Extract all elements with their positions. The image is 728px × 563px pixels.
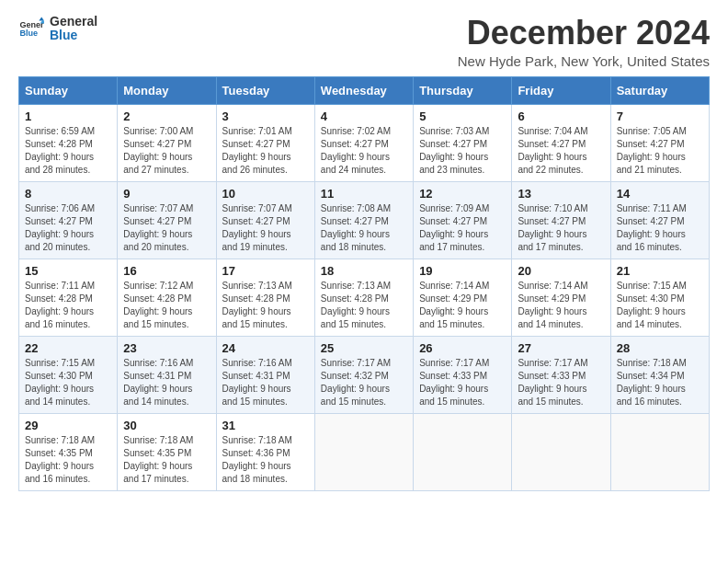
- day-info: Sunrise: 7:05 AMSunset: 4:27 PMDaylight:…: [617, 126, 687, 175]
- day-number: 12: [419, 187, 506, 201]
- day-number: 9: [123, 187, 210, 201]
- day-number: 5: [419, 109, 506, 123]
- table-row: 1 Sunrise: 6:59 AMSunset: 4:28 PMDayligh…: [19, 104, 118, 181]
- day-info: Sunrise: 6:59 AMSunset: 4:28 PMDaylight:…: [25, 126, 95, 175]
- day-info: Sunrise: 7:13 AMSunset: 4:28 PMDaylight:…: [222, 281, 292, 329]
- table-row: 23 Sunrise: 7:16 AMSunset: 4:31 PMDaylig…: [118, 336, 216, 413]
- calendar-subtitle: New Hyde Park, New York, United States: [458, 53, 710, 69]
- day-number: 7: [617, 109, 703, 123]
- table-row: [610, 413, 709, 490]
- day-info: Sunrise: 7:18 AMSunset: 4:35 PMDaylight:…: [123, 435, 193, 484]
- calendar-week-2: 8 Sunrise: 7:06 AMSunset: 4:27 PMDayligh…: [19, 181, 710, 259]
- day-number: 29: [25, 419, 111, 432]
- day-number: 11: [321, 187, 407, 201]
- table-row: [314, 413, 413, 490]
- day-info: Sunrise: 7:15 AMSunset: 4:30 PMDaylight:…: [25, 358, 95, 407]
- day-number: 31: [222, 419, 309, 432]
- svg-text:General: General: [19, 20, 44, 29]
- day-info: Sunrise: 7:08 AMSunset: 4:27 PMDaylight:…: [321, 203, 391, 252]
- day-number: 24: [222, 341, 309, 355]
- day-number: 1: [25, 109, 111, 123]
- table-row: 22 Sunrise: 7:15 AMSunset: 4:30 PMDaylig…: [19, 336, 118, 413]
- day-number: 6: [518, 109, 604, 123]
- day-number: 4: [321, 109, 407, 123]
- header: General Blue General Blue December 2024 …: [18, 15, 710, 69]
- day-info: Sunrise: 7:09 AMSunset: 4:27 PMDaylight:…: [419, 203, 489, 252]
- table-row: 18 Sunrise: 7:13 AMSunset: 4:28 PMDaylig…: [314, 259, 413, 336]
- table-row: 19 Sunrise: 7:14 AMSunset: 4:29 PMDaylig…: [414, 259, 512, 336]
- day-number: 30: [123, 419, 210, 432]
- day-number: 21: [617, 264, 703, 278]
- table-row: 15 Sunrise: 7:11 AMSunset: 4:28 PMDaylig…: [19, 259, 118, 336]
- table-row: 2 Sunrise: 7:00 AMSunset: 4:27 PMDayligh…: [118, 104, 216, 181]
- logo-icon: General Blue: [18, 16, 44, 41]
- col-wednesday: Wednesday: [314, 76, 413, 104]
- table-row: 21 Sunrise: 7:15 AMSunset: 4:30 PMDaylig…: [610, 259, 709, 336]
- table-row: 3 Sunrise: 7:01 AMSunset: 4:27 PMDayligh…: [216, 104, 314, 181]
- table-row: 24 Sunrise: 7:16 AMSunset: 4:31 PMDaylig…: [216, 336, 314, 413]
- col-tuesday: Tuesday: [216, 76, 314, 104]
- day-info: Sunrise: 7:17 AMSunset: 4:32 PMDaylight:…: [321, 358, 391, 407]
- day-number: 13: [518, 187, 604, 201]
- day-info: Sunrise: 7:17 AMSunset: 4:33 PMDaylight:…: [518, 358, 587, 407]
- col-friday: Friday: [512, 76, 610, 104]
- day-info: Sunrise: 7:11 AMSunset: 4:27 PMDaylight:…: [617, 203, 687, 252]
- table-row: 8 Sunrise: 7:06 AMSunset: 4:27 PMDayligh…: [19, 181, 118, 259]
- day-info: Sunrise: 7:07 AMSunset: 4:27 PMDaylight:…: [123, 203, 193, 252]
- day-info: Sunrise: 7:16 AMSunset: 4:31 PMDaylight:…: [123, 358, 193, 407]
- table-row: 5 Sunrise: 7:03 AMSunset: 4:27 PMDayligh…: [414, 104, 512, 181]
- day-number: 25: [321, 341, 407, 355]
- day-number: 18: [321, 264, 407, 278]
- day-info: Sunrise: 7:00 AMSunset: 4:27 PMDaylight:…: [123, 126, 193, 175]
- logo-blue: Blue: [50, 29, 97, 42]
- table-row: [414, 413, 512, 490]
- table-row: 13 Sunrise: 7:10 AMSunset: 4:27 PMDaylig…: [512, 181, 610, 259]
- day-info: Sunrise: 7:03 AMSunset: 4:27 PMDaylight:…: [419, 126, 489, 175]
- table-row: 16 Sunrise: 7:12 AMSunset: 4:28 PMDaylig…: [118, 259, 216, 336]
- table-row: 25 Sunrise: 7:17 AMSunset: 4:32 PMDaylig…: [314, 336, 413, 413]
- col-monday: Monday: [118, 76, 216, 104]
- calendar-week-5: 29 Sunrise: 7:18 AMSunset: 4:35 PMDaylig…: [19, 413, 710, 490]
- table-row: 4 Sunrise: 7:02 AMSunset: 4:27 PMDayligh…: [314, 104, 413, 181]
- calendar-week-1: 1 Sunrise: 6:59 AMSunset: 4:28 PMDayligh…: [19, 104, 710, 181]
- table-row: 27 Sunrise: 7:17 AMSunset: 4:33 PMDaylig…: [512, 336, 610, 413]
- day-number: 22: [25, 341, 111, 355]
- day-info: Sunrise: 7:07 AMSunset: 4:27 PMDaylight:…: [222, 203, 292, 252]
- day-info: Sunrise: 7:14 AMSunset: 4:29 PMDaylight:…: [518, 281, 587, 329]
- day-info: Sunrise: 7:14 AMSunset: 4:29 PMDaylight:…: [419, 281, 489, 329]
- day-info: Sunrise: 7:15 AMSunset: 4:30 PMDaylight:…: [617, 281, 687, 329]
- day-info: Sunrise: 7:11 AMSunset: 4:28 PMDaylight:…: [25, 281, 95, 329]
- table-row: 7 Sunrise: 7:05 AMSunset: 4:27 PMDayligh…: [610, 104, 709, 181]
- day-info: Sunrise: 7:06 AMSunset: 4:27 PMDaylight:…: [25, 203, 95, 252]
- header-row: Sunday Monday Tuesday Wednesday Thursday…: [19, 76, 710, 104]
- calendar-title: December 2024: [458, 15, 710, 52]
- day-info: Sunrise: 7:17 AMSunset: 4:33 PMDaylight:…: [419, 358, 489, 407]
- logo: General Blue General Blue: [18, 15, 97, 43]
- logo-general: General: [50, 15, 97, 29]
- day-number: 14: [617, 187, 703, 201]
- table-row: 17 Sunrise: 7:13 AMSunset: 4:28 PMDaylig…: [216, 259, 314, 336]
- table-row: [512, 413, 610, 490]
- day-number: 27: [518, 341, 604, 355]
- table-row: 11 Sunrise: 7:08 AMSunset: 4:27 PMDaylig…: [314, 181, 413, 259]
- day-number: 26: [419, 341, 506, 355]
- calendar-week-4: 22 Sunrise: 7:15 AMSunset: 4:30 PMDaylig…: [19, 336, 710, 413]
- day-info: Sunrise: 7:02 AMSunset: 4:27 PMDaylight:…: [321, 126, 391, 175]
- day-number: 10: [222, 187, 309, 201]
- table-row: 6 Sunrise: 7:04 AMSunset: 4:27 PMDayligh…: [512, 104, 610, 181]
- table-row: 26 Sunrise: 7:17 AMSunset: 4:33 PMDaylig…: [414, 336, 512, 413]
- day-info: Sunrise: 7:18 AMSunset: 4:36 PMDaylight:…: [222, 435, 292, 484]
- title-block: December 2024 New Hyde Park, New York, U…: [458, 15, 710, 69]
- table-row: 31 Sunrise: 7:18 AMSunset: 4:36 PMDaylig…: [216, 413, 314, 490]
- day-number: 20: [518, 264, 604, 278]
- col-sunday: Sunday: [19, 76, 118, 104]
- day-number: 17: [222, 264, 309, 278]
- day-info: Sunrise: 7:18 AMSunset: 4:34 PMDaylight:…: [617, 358, 687, 407]
- table-row: 30 Sunrise: 7:18 AMSunset: 4:35 PMDaylig…: [118, 413, 216, 490]
- table-row: 29 Sunrise: 7:18 AMSunset: 4:35 PMDaylig…: [19, 413, 118, 490]
- table-row: 28 Sunrise: 7:18 AMSunset: 4:34 PMDaylig…: [610, 336, 709, 413]
- calendar-table: Sunday Monday Tuesday Wednesday Thursday…: [18, 76, 710, 491]
- col-saturday: Saturday: [610, 76, 709, 104]
- col-thursday: Thursday: [414, 76, 512, 104]
- day-number: 19: [419, 264, 506, 278]
